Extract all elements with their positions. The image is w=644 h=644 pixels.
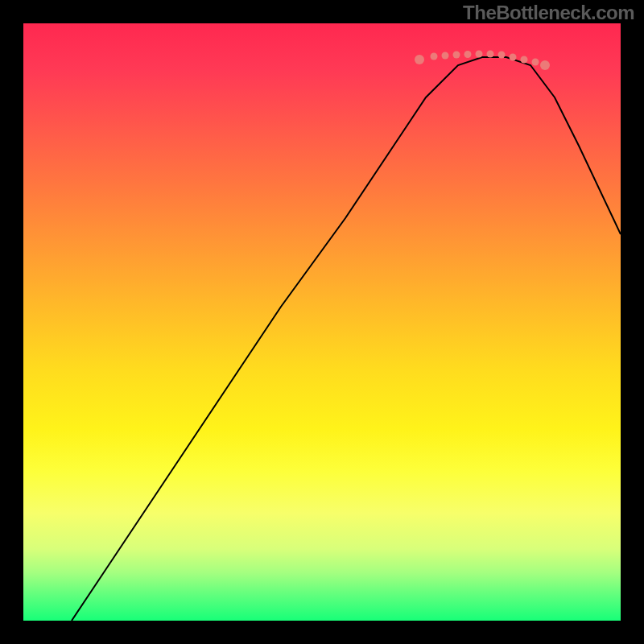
marker-dot (510, 54, 517, 61)
marker-dot (442, 52, 449, 60)
marker-dot (464, 51, 472, 58)
watermark-text: TheBottleneck.com (463, 2, 634, 24)
marker-dot (476, 51, 483, 58)
marker-dot (498, 52, 506, 59)
curve-svg (23, 23, 621, 621)
plot-area (23, 23, 621, 621)
curve-path (72, 57, 621, 621)
marker-dot (487, 51, 494, 58)
marker-dot (453, 52, 460, 59)
marker-dot (521, 56, 528, 64)
marker-dot (431, 53, 438, 60)
chart-frame: TheBottleneck.com (0, 0, 644, 644)
marker-dot (540, 60, 550, 70)
marker-dot (415, 55, 424, 64)
marker-dots (415, 51, 550, 71)
marker-dot (532, 59, 539, 66)
